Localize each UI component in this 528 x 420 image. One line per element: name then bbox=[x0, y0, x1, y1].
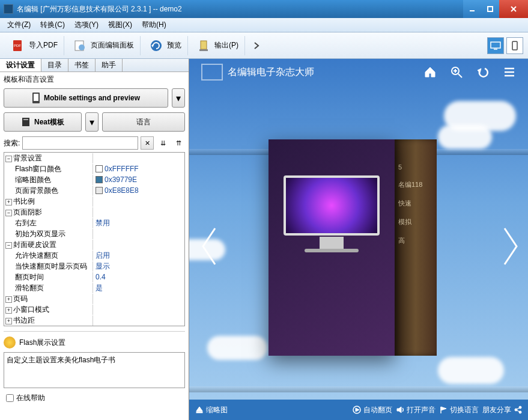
flash-settings-label: Flash展示设置 bbox=[19, 338, 65, 348]
prop-initial-spread[interactable]: 初始为双页显示 bbox=[4, 229, 93, 239]
tree-collapse-icon[interactable]: − bbox=[5, 210, 12, 216]
tree-collapse-icon[interactable]: − bbox=[5, 156, 12, 162]
prop-show-pagenum[interactable]: 当快速翻页时显示页码 bbox=[4, 261, 93, 272]
more-button[interactable] bbox=[247, 36, 266, 55]
auto-flip-button[interactable]: 自动翻页 bbox=[353, 405, 392, 415]
menu-file[interactable]: 文件(Z) bbox=[2, 19, 35, 31]
chevron-right-icon bbox=[253, 41, 259, 50]
refresh-icon bbox=[149, 38, 163, 53]
book-spine: 5 名编118 快速 模拟 高 bbox=[395, 139, 437, 356]
language-button[interactable]: 语言 bbox=[102, 112, 185, 132]
svg-line-38 bbox=[517, 410, 520, 412]
svg-line-37 bbox=[517, 408, 520, 409]
template-group-label: 模板和语言设置 bbox=[0, 72, 189, 86]
left-panel: 设计设置 目录 书签 助手 模板和语言设置 Mobile settings an… bbox=[0, 59, 189, 420]
window-titlebar: 名编辑 [广州万彩信息技术有限公司 2.3.1 ] -- demo2 bbox=[0, 0, 528, 18]
sort-down-button[interactable]: ⇊ bbox=[156, 136, 169, 150]
sort-up-button[interactable]: ⇈ bbox=[172, 136, 185, 150]
tab-bookmark[interactable]: 书签 bbox=[68, 59, 96, 72]
close-button[interactable] bbox=[499, 0, 528, 18]
export-button[interactable]: 输出(P) bbox=[190, 36, 245, 55]
prop-flash-color[interactable]: Flash窗口颜色 bbox=[4, 164, 93, 174]
window-title: 名编辑 [广州万彩信息技术有限公司 2.3.1 ] -- demo2 bbox=[17, 4, 463, 14]
preview-panel: 名编辑电子杂志大师 5 名编118 快速 bbox=[189, 59, 528, 420]
svg-text:PDF: PDF bbox=[14, 44, 21, 47]
neat-dropdown-button[interactable]: ▾ bbox=[85, 112, 99, 132]
menubar: 文件(Z) 转换(C) 选项(Y) 视图(X) 帮助(H) bbox=[0, 18, 528, 32]
svg-marker-31 bbox=[397, 407, 401, 413]
prop-rtl[interactable]: 右到左 bbox=[4, 218, 93, 228]
svg-rect-18 bbox=[23, 119, 28, 120]
prop-wheel-flip[interactable]: 滑轮翻页 bbox=[4, 283, 93, 293]
search-input[interactable] bbox=[22, 136, 138, 150]
svg-rect-14 bbox=[512, 41, 517, 50]
home-icon[interactable] bbox=[423, 65, 437, 79]
flipbook[interactable]: 5 名编118 快速 模拟 高 bbox=[269, 139, 449, 356]
share-button[interactable]: 朋友分享 bbox=[482, 405, 522, 415]
import-pdf-button[interactable]: PDF 导入PDF bbox=[5, 36, 64, 55]
edit-panel-button[interactable]: 页面编辑面板 bbox=[67, 36, 141, 55]
tab-toc[interactable]: 目录 bbox=[41, 59, 68, 72]
tree-expand-icon[interactable]: + bbox=[5, 307, 12, 314]
maximize-button[interactable] bbox=[481, 0, 499, 18]
prop-flip-time[interactable]: 翻页时间 bbox=[4, 272, 93, 282]
neat-template-button[interactable]: Neat模板 bbox=[4, 112, 82, 132]
online-help-checkbox[interactable] bbox=[6, 394, 14, 402]
color-swatch[interactable] bbox=[96, 176, 103, 183]
svg-marker-33 bbox=[441, 407, 446, 410]
thumbs-icon bbox=[195, 406, 204, 414]
clear-search-button[interactable]: ✕ bbox=[141, 136, 154, 150]
svg-rect-11 bbox=[199, 49, 208, 51]
menu-list-icon[interactable] bbox=[503, 65, 516, 79]
menu-convert[interactable]: 转换(C) bbox=[35, 19, 70, 31]
desktop-view-button[interactable] bbox=[487, 37, 504, 54]
sound-button[interactable]: 打开声音 bbox=[396, 405, 435, 415]
prop-fast-flip[interactable]: 允许快速翻页 bbox=[4, 251, 93, 261]
preview-brand: 名编辑电子杂志大师 bbox=[201, 64, 314, 81]
sound-icon bbox=[396, 406, 404, 414]
minimize-button[interactable] bbox=[463, 0, 481, 18]
svg-line-20 bbox=[458, 74, 462, 78]
svg-rect-10 bbox=[201, 41, 207, 49]
flag-icon bbox=[439, 406, 448, 414]
svg-rect-12 bbox=[491, 42, 500, 48]
zoom-in-icon[interactable] bbox=[450, 65, 463, 79]
brand-icon bbox=[201, 64, 223, 81]
app-icon bbox=[4, 4, 13, 14]
thumbnails-button[interactable]: 缩略图 bbox=[195, 405, 228, 415]
prop-thumb-color[interactable]: 缩略图颜色 bbox=[4, 175, 93, 185]
svg-marker-23 bbox=[478, 68, 481, 73]
preview-button[interactable]: 预览 bbox=[143, 36, 188, 55]
prev-page-button[interactable] bbox=[200, 225, 218, 270]
mobile-dropdown-button[interactable]: ▾ bbox=[172, 88, 185, 108]
monitor-image bbox=[284, 175, 380, 236]
edit-page-icon bbox=[73, 38, 87, 53]
book-icon bbox=[21, 117, 31, 127]
undo-icon[interactable] bbox=[476, 65, 490, 79]
tab-assistant[interactable]: 助手 bbox=[96, 59, 123, 72]
menu-view[interactable]: 视图(X) bbox=[103, 19, 137, 31]
menu-help[interactable]: 帮助(H) bbox=[137, 19, 171, 31]
svg-marker-30 bbox=[356, 408, 359, 412]
tree-expand-icon[interactable]: + bbox=[5, 199, 12, 205]
color-swatch[interactable] bbox=[96, 187, 103, 194]
toolbar: PDF 导入PDF 页面编辑面板 预览 输出(P) bbox=[0, 32, 528, 59]
share-icon bbox=[514, 406, 522, 414]
mobile-settings-button[interactable]: Mobile settings and preview bbox=[4, 88, 168, 108]
mobile-view-button[interactable] bbox=[506, 37, 523, 54]
phone-icon bbox=[32, 92, 40, 104]
color-swatch[interactable] bbox=[96, 165, 103, 172]
tree-collapse-icon[interactable]: − bbox=[5, 242, 12, 249]
flash-description: 自定义主题设置来美化flash电子书 bbox=[4, 352, 185, 388]
prop-page-bg-color[interactable]: 页面背景颜色 bbox=[4, 186, 93, 196]
svg-rect-28 bbox=[196, 412, 202, 413]
tree-expand-icon[interactable]: + bbox=[5, 296, 12, 303]
flash-settings-icon bbox=[4, 336, 16, 348]
book-cover bbox=[269, 139, 395, 356]
tab-design[interactable]: 设计设置 bbox=[0, 59, 41, 72]
menu-options[interactable]: 选项(Y) bbox=[70, 19, 103, 31]
next-page-button[interactable] bbox=[502, 225, 520, 270]
tree-expand-icon[interactable]: + bbox=[5, 318, 12, 324]
property-tree[interactable]: −背景设置 Flash窗口颜色0xFFFFFF 缩略图颜色0x39779E 页面… bbox=[4, 152, 185, 326]
switch-language-button[interactable]: 切换语言 bbox=[439, 405, 479, 415]
